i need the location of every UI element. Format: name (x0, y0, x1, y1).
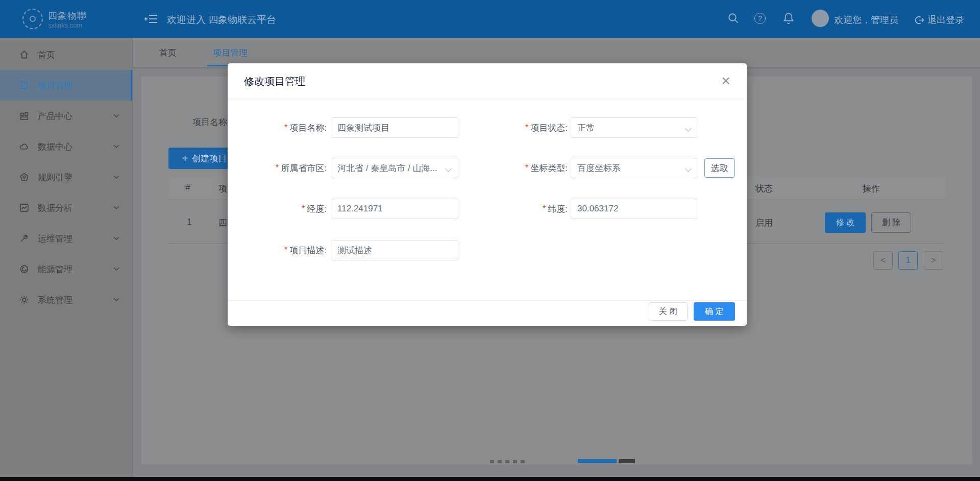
required-asterisk: * (276, 163, 279, 173)
project-icon (19, 81, 29, 90)
sidebar-menu: 首页项目管理产品中心数据中心规则引擎数据分析运维管理能源管理系统管理 (0, 38, 133, 477)
latitude-value: 30.063172 (577, 204, 618, 214)
required-asterisk: * (284, 123, 287, 132)
sidebar-item-2[interactable]: 产品中心 (0, 101, 133, 131)
pagination-page-1[interactable]: 1 (898, 251, 918, 270)
chevron-down-icon (686, 165, 692, 171)
col-index: # (185, 183, 190, 193)
sidebar-item-5[interactable]: 数据分析 (0, 193, 133, 223)
chevron-down-icon (113, 175, 119, 179)
sidebar-item-label: 规则引擎 (38, 172, 72, 183)
sidebar-item-label: 数据分析 (38, 202, 72, 214)
home-icon (19, 50, 29, 60)
project-status-label: * 项目状态: (473, 117, 568, 138)
ops-icon (19, 234, 29, 244)
required-asterisk: * (302, 204, 305, 213)
cell-index: 1 (187, 217, 191, 227)
pagination-next-button[interactable]: > (924, 251, 943, 270)
description-label: * 项目描述: (228, 240, 327, 260)
sidebar-item-1[interactable]: 项目管理 (0, 70, 133, 101)
required-asterisk: * (543, 204, 546, 213)
notification-bell-icon[interactable] (782, 12, 795, 25)
project-name-value: 四象测试项目 (337, 122, 389, 134)
project-name-label: * 项目名称: (228, 117, 327, 138)
logo-icon-dot (30, 16, 36, 22)
logout-icon (914, 15, 924, 26)
chevron-down-icon (446, 165, 452, 171)
help-icon[interactable]: ? (754, 13, 766, 24)
close-icon[interactable]: ✕ (718, 74, 733, 89)
sidebar-item-4[interactable]: 规则引擎 (0, 162, 133, 193)
analytics-icon (19, 203, 29, 213)
sidebar-item-8[interactable]: 系统管理 (0, 284, 133, 315)
chevron-down-icon (113, 114, 119, 118)
latitude-label: * 纬度: (473, 199, 568, 219)
delete-button[interactable]: 删 除 (871, 212, 911, 233)
coord-type-label: * 坐标类型: (473, 158, 568, 178)
logout-label: 退出登录 (927, 14, 964, 26)
modal-footer: 关 闭 确 定 (228, 300, 747, 326)
pagination-prev-button[interactable]: < (873, 251, 893, 270)
rule-engine-icon (19, 173, 29, 182)
chevron-down-icon (113, 267, 119, 271)
required-asterisk: * (525, 123, 528, 132)
user-avatar[interactable] (812, 10, 829, 27)
modal-title: 修改项目管理 (244, 63, 305, 99)
footer-clipped-text-dark (619, 459, 635, 463)
description-input[interactable]: 测试描述 (331, 240, 458, 260)
sidebar-collapse-icon[interactable] (144, 13, 158, 25)
project-name-filter-label: 项目名称: (192, 116, 230, 128)
sidebar-item-0[interactable]: 首页 (0, 39, 133, 70)
chevron-down-icon (686, 125, 692, 131)
chevron-down-icon (113, 145, 119, 149)
sidebar-divider (132, 38, 133, 477)
pick-location-button[interactable]: 选取 (704, 158, 735, 178)
user-greeting: 欢迎您，管理员 (834, 14, 898, 26)
data-center-icon (19, 142, 29, 152)
sidebar-item-label: 数据中心 (38, 141, 72, 153)
region-label: * 所属省市区: (228, 158, 327, 178)
top-header: 四象物聯 sxlinks.com 欢迎进入 四象物联云平台 ? 欢迎您，管理员 (0, 0, 980, 38)
modal-header: 修改项目管理 ✕ (228, 63, 747, 99)
col-status: 状态 (755, 183, 773, 195)
modal-confirm-button[interactable]: 确 定 (694, 302, 735, 321)
product-icon (19, 111, 29, 121)
region-cascader-select[interactable]: 河北省 / 秦皇岛市 / 山海... (331, 158, 458, 178)
footer-clipped-text (490, 460, 528, 463)
chevron-down-icon (113, 236, 119, 240)
project-status-select[interactable]: 正常 (571, 117, 698, 138)
system-icon (19, 295, 29, 305)
coord-type-select[interactable]: 百度坐标系 (571, 158, 698, 178)
sidebar-item-label: 能源管理 (38, 263, 72, 275)
required-asterisk: * (525, 163, 528, 173)
sidebar-item-label: 运维管理 (38, 233, 72, 245)
sidebar-item-3[interactable]: 数据中心 (0, 131, 133, 162)
project-name-input[interactable]: 四象测试项目 (331, 117, 458, 138)
tab-home[interactable]: 首页 (145, 38, 191, 67)
modal-close-button[interactable]: 关 闭 (649, 302, 688, 321)
longitude-label: * 经度: (228, 199, 327, 219)
logo-title: 四象物聯 (48, 10, 87, 22)
sidebar-item-label: 系统管理 (38, 294, 72, 306)
tab-home-label: 首页 (159, 47, 177, 59)
logo-subtitle: sxlinks.com (48, 21, 82, 29)
sidebar-item-7[interactable]: 能源管理 (0, 254, 133, 284)
chevron-down-icon (113, 206, 119, 210)
logout-button[interactable]: 退出登录 (914, 14, 964, 26)
sidebar-item-label: 项目管理 (38, 80, 72, 91)
region-value: 河北省 / 秦皇岛市 / 山海... (337, 162, 437, 174)
footer-clipped-link (578, 459, 617, 463)
sidebar-item-label: 首页 (38, 49, 55, 61)
latitude-input[interactable]: 30.063172 (571, 199, 698, 219)
chevron-down-icon (113, 298, 119, 302)
sidebar-item-6[interactable]: 运维管理 (0, 223, 133, 254)
coord-type-value: 百度坐标系 (577, 162, 621, 174)
sidebar-item-label: 产品中心 (38, 110, 72, 122)
edit-button[interactable]: 修 改 (825, 212, 866, 233)
energy-icon (19, 264, 29, 274)
help-glyph: ? (758, 14, 762, 22)
app-screen: 四象物聯 sxlinks.com 欢迎进入 四象物联云平台 ? 欢迎您，管理员 (0, 0, 980, 481)
project-status-value: 正常 (577, 122, 595, 134)
search-icon[interactable] (727, 12, 740, 25)
longitude-input[interactable]: 112.241971 (331, 199, 458, 219)
